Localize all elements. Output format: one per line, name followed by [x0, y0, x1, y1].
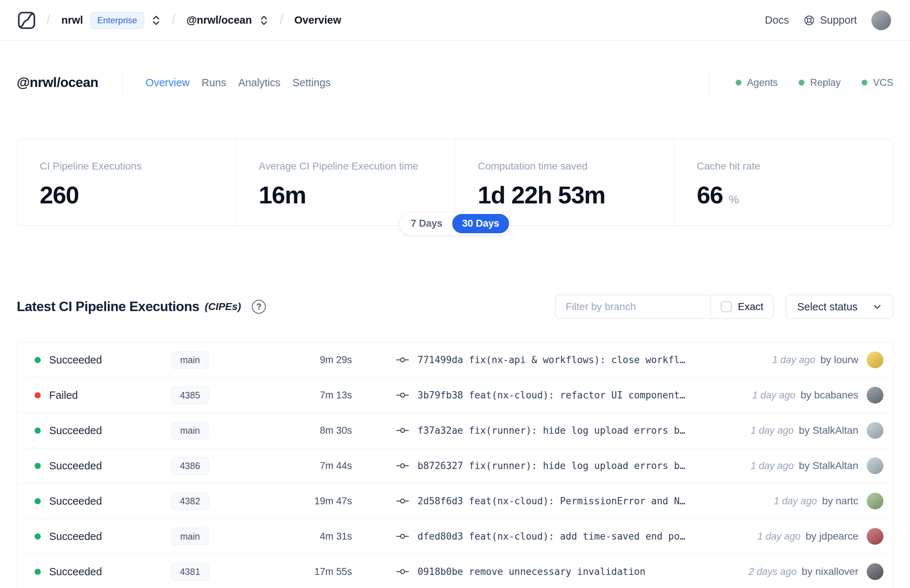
table-row[interactable]: Succeeded 4382 19m 47s 2d58f6d3 feat(nx-…: [17, 483, 893, 519]
status-label: Succeeded: [49, 566, 102, 578]
breadcrumb: / nrwl Enterprise / @nrwl/ocean / Overvi…: [18, 11, 341, 29]
breadcrumb-page[interactable]: Overview: [294, 14, 341, 26]
duration: 7m 13s: [250, 390, 352, 401]
table-row[interactable]: Succeeded main 8m 30s f37a32ae fix(runne…: [17, 413, 893, 448]
time-ago: 1 day ago: [758, 531, 801, 542]
table-row[interactable]: Succeeded main 4m 31s dfed80d3 feat(nx-c…: [17, 519, 893, 554]
commit-hash[interactable]: 771499da: [417, 354, 463, 365]
status-select-label: Select status: [797, 301, 858, 313]
workspace-name[interactable]: @nrwl/ocean: [186, 14, 252, 26]
author: by StalkAltan: [799, 425, 858, 436]
stats-cards: CI Pipeline Executions 260 Average CI Pi…: [17, 139, 893, 226]
commit-hash[interactable]: f37a32ae: [417, 425, 463, 436]
org-name[interactable]: nrwl: [61, 14, 83, 26]
status-dot-icon: [35, 428, 41, 434]
status-indicator-replay[interactable]: Replay: [798, 77, 840, 89]
cipe-filter-controls: Exact Select status: [555, 295, 893, 319]
branch-badge[interactable]: 4386: [171, 457, 209, 475]
workspace-title: @nrwl/ocean: [17, 75, 98, 90]
stat-label: Average CI Pipeline Execution time: [259, 160, 448, 172]
cipe-table: Succeeded main 9m 29s 771499da fix(nx-ap…: [17, 342, 893, 588]
exact-toggle[interactable]: Exact: [711, 295, 773, 318]
commit-hash[interactable]: 3b79fb38: [417, 390, 463, 401]
author-avatar: [867, 422, 883, 439]
branch-badge[interactable]: main: [171, 351, 209, 369]
status-label: Succeeded: [49, 530, 102, 543]
workspace-tabs: Overview Runs Analytics Settings: [145, 77, 331, 89]
stat-card-ci-pipeline-executions: CI Pipeline Executions 260: [17, 139, 236, 225]
status-select-dropdown[interactable]: Select status: [786, 295, 893, 319]
author: by nixallover: [802, 566, 858, 577]
exact-checkbox[interactable]: [721, 301, 732, 312]
branch-badge[interactable]: 4382: [171, 492, 209, 510]
branch-badge[interactable]: 4381: [171, 563, 209, 581]
date-range-toggle: 7 Days 30 Days: [399, 212, 511, 236]
support-link[interactable]: Support: [803, 14, 857, 26]
status-label: Succeeded: [49, 425, 102, 437]
branch-filter-group: Exact: [555, 295, 774, 319]
status-indicator-list: Agents Replay VCS: [735, 77, 893, 89]
time-ago: 1 day ago: [774, 496, 817, 507]
git-commit-icon: [396, 426, 409, 435]
breadcrumb-separator: /: [47, 11, 50, 27]
user-avatar[interactable]: [871, 11, 891, 30]
tab-settings[interactable]: Settings: [292, 77, 331, 89]
table-row[interactable]: Succeeded main 9m 29s 771499da fix(nx-ap…: [17, 342, 893, 378]
author: by StalkAltan: [799, 460, 858, 472]
stat-card-cache-hit-rate: Cache hit rate 66 %: [674, 139, 893, 225]
time-ago: 2 days ago: [748, 566, 797, 577]
table-row[interactable]: Failed 4385 7m 13s 3b79fb38 feat(nx-clou…: [17, 378, 893, 413]
commit-message: feat(nx-cloud): refactor UI component…: [469, 390, 685, 401]
commit-hash[interactable]: 2d58f6d3: [417, 496, 463, 507]
divider: [122, 71, 123, 94]
git-commit-icon: [396, 356, 409, 364]
navbar-actions: Docs Support: [765, 11, 891, 30]
chevron-up-down-icon[interactable]: [152, 15, 161, 26]
chevron-up-down-icon[interactable]: [259, 15, 268, 26]
range-option-7-days[interactable]: 7 Days: [401, 214, 452, 233]
author: by jdpearce: [805, 530, 858, 542]
duration: 9m 29s: [250, 354, 352, 366]
git-commit-icon: [396, 462, 409, 470]
cipe-section-title: Latest CI Pipeline Executions: [17, 299, 199, 314]
nx-cloud-logo-icon[interactable]: [18, 11, 36, 29]
time-ago: 1 day ago: [750, 425, 794, 436]
git-commit-icon: [396, 497, 409, 505]
author-avatar: [867, 528, 883, 545]
docs-link[interactable]: Docs: [765, 14, 789, 26]
org-switcher[interactable]: nrwl Enterprise: [61, 12, 161, 29]
commit-hash[interactable]: b8726327: [417, 460, 463, 471]
range-option-30-days[interactable]: 30 Days: [452, 214, 509, 233]
workspace-switcher[interactable]: @nrwl/ocean: [186, 14, 268, 26]
status-label: Succeeded: [49, 460, 102, 472]
commit-message: fix(runner): hide log upload errors b…: [469, 425, 685, 436]
stat-value: 260: [40, 181, 79, 209]
top-navbar: / nrwl Enterprise / @nrwl/ocean / Overvi…: [0, 0, 910, 41]
time-ago: 1 day ago: [750, 460, 794, 472]
time-ago: 1 day ago: [772, 354, 815, 366]
indicator-label: Replay: [810, 77, 840, 89]
branch-badge[interactable]: main: [171, 422, 209, 439]
commit-hash[interactable]: dfed80d3: [417, 531, 463, 542]
exact-label: Exact: [738, 301, 763, 313]
enterprise-badge: Enterprise: [90, 12, 144, 29]
status-indicator-agents[interactable]: Agents: [735, 77, 777, 89]
author-avatar: [867, 563, 883, 580]
branch-badge[interactable]: main: [171, 528, 209, 546]
stat-value: 66: [697, 181, 723, 209]
branch-filter-input[interactable]: [556, 295, 711, 318]
tab-analytics[interactable]: Analytics: [238, 77, 280, 89]
time-ago: 1 day ago: [752, 390, 796, 401]
table-row[interactable]: Succeeded 4381 17m 55s 0918b0be remove u…: [17, 554, 893, 588]
stat-value: 16m: [259, 181, 306, 209]
duration: 7m 44s: [250, 460, 352, 472]
author: by lourw: [821, 354, 858, 366]
tab-overview[interactable]: Overview: [145, 77, 190, 89]
commit-hash[interactable]: 0918b0be: [417, 566, 463, 577]
table-row[interactable]: Succeeded 4386 7m 44s b8726327 fix(runne…: [17, 448, 893, 483]
status-dot-icon: [35, 533, 41, 540]
tab-runs[interactable]: Runs: [202, 77, 226, 89]
branch-badge[interactable]: 4385: [171, 386, 209, 404]
status-indicator-vcs[interactable]: VCS: [862, 77, 893, 89]
help-icon[interactable]: ?: [252, 300, 266, 313]
